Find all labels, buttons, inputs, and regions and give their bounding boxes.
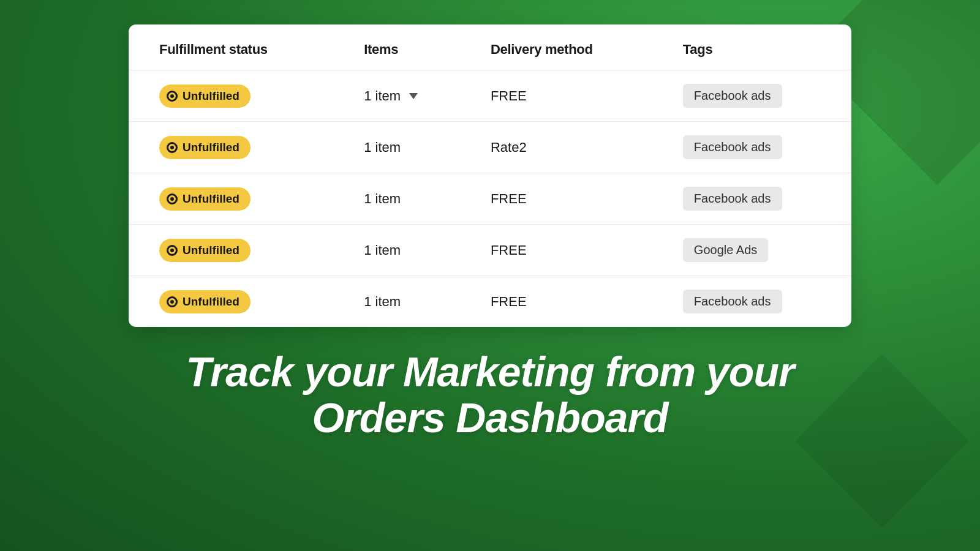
items-count: 1 item [364,140,401,156]
chevron-down-icon[interactable] [409,93,418,99]
table-header-row: Fulfillment status Items Delivery method… [129,24,851,70]
tags-cell: Facebook ads [663,173,851,225]
delivery-cell: FREE [471,173,663,225]
delivery-method-value: FREE [491,242,527,258]
tags-cell: Facebook ads [663,122,851,173]
status-label: Unfulfilled [183,244,239,257]
tags-cell: Facebook ads [663,276,851,328]
items-cell[interactable]: 1 item [344,70,471,122]
delivery-cell: FREE [471,225,663,276]
status-cell: Unfulfilled [129,122,344,173]
content-wrapper: Fulfillment status Items Delivery method… [0,0,980,551]
delivery-method-value: FREE [491,191,527,206]
table-row: Unfulfilled 1 item FREEGoogle Ads [129,225,851,276]
delivery-method-value: FREE [491,88,527,103]
items-count: 1 item [364,191,401,207]
status-cell: Unfulfilled [129,173,344,225]
table-row: Unfulfilled 1 item Rate2Facebook ads [129,122,851,173]
tags-cell: Google Ads [663,225,851,276]
status-cell: Unfulfilled [129,225,344,276]
table-row: Unfulfilled 1 item FREEFacebook ads [129,70,851,122]
items-count: 1 item [364,294,401,310]
status-cell: Unfulfilled [129,70,344,122]
tag-badge[interactable]: Facebook ads [683,135,782,159]
table-row: Unfulfilled 1 item FREEFacebook ads [129,173,851,225]
status-label: Unfulfilled [183,295,239,309]
table-row: Unfulfilled 1 item FREEFacebook ads [129,276,851,328]
status-badge: Unfulfilled [159,239,251,262]
tag-badge[interactable]: Facebook ads [683,187,782,211]
status-label: Unfulfilled [183,141,239,154]
tags-cell: Facebook ads [663,70,851,122]
col-header-items: Items [344,24,471,70]
tag-badge[interactable]: Google Ads [683,238,768,262]
status-cell: Unfulfilled [129,276,344,328]
tag-badge[interactable]: Facebook ads [683,84,782,108]
bottom-text-line1: Track your Marketing from your [186,349,794,395]
items-count: 1 item [364,88,401,104]
status-badge: Unfulfilled [159,84,251,108]
items-cell: 1 item [344,122,471,173]
bottom-text-line2: Orders Dashboard [186,395,794,441]
bottom-text-block: Track your Marketing from your Orders Da… [186,349,794,441]
tag-badge[interactable]: Facebook ads [683,290,782,313]
col-header-tags: Tags [663,24,851,70]
col-header-fulfillment-status: Fulfillment status [129,24,344,70]
delivery-method-value: FREE [491,294,527,309]
orders-table: Fulfillment status Items Delivery method… [129,24,851,327]
delivery-method-value: Rate2 [491,140,527,155]
status-badge: Unfulfilled [159,187,251,211]
status-icon [167,91,178,102]
status-icon [167,193,178,204]
status-badge: Unfulfilled [159,290,251,313]
delivery-cell: FREE [471,276,663,328]
status-label: Unfulfilled [183,89,239,103]
table-card: Fulfillment status Items Delivery method… [129,24,851,327]
status-badge: Unfulfilled [159,136,251,159]
items-count: 1 item [364,242,401,258]
status-icon [167,296,178,307]
status-label: Unfulfilled [183,192,239,206]
delivery-cell: Rate2 [471,122,663,173]
items-cell: 1 item [344,225,471,276]
items-cell: 1 item [344,276,471,328]
col-header-delivery-method: Delivery method [471,24,663,70]
status-icon [167,142,178,153]
delivery-cell: FREE [471,70,663,122]
status-icon [167,245,178,256]
items-cell: 1 item [344,173,471,225]
